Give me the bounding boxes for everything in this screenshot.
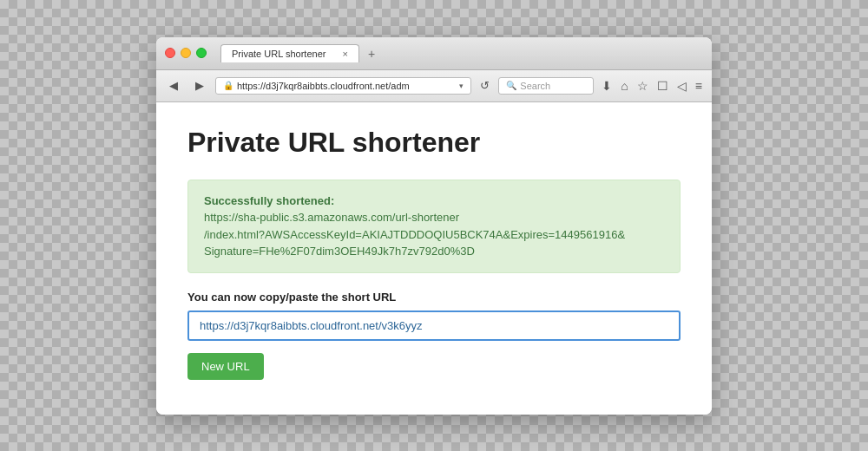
share-icon[interactable]: ◁ — [674, 79, 689, 93]
page-content: Private URL shortener Successfully short… — [156, 102, 712, 415]
forward-icon: ▶ — [195, 79, 204, 92]
menu-icon[interactable]: ≡ — [693, 79, 705, 93]
browser-tab[interactable]: Private URL shortener × — [220, 44, 359, 62]
page-title: Private URL shortener — [187, 127, 681, 159]
back-button[interactable]: ◀ — [163, 75, 184, 96]
copy-section: You can now copy/paste the short URL New… — [187, 291, 681, 380]
tab-close-button[interactable]: × — [343, 49, 348, 59]
browser-window: Private URL shortener × + ◀ ▶ 🔒 https://… — [156, 37, 712, 415]
nav-tools: ⬇ ⌂ ☆ ☐ ◁ ≡ — [599, 79, 705, 93]
search-bar[interactable]: 🔍 Search — [498, 77, 594, 95]
minimize-window-button[interactable] — [181, 48, 191, 58]
short-url-input[interactable] — [187, 310, 681, 341]
title-bar: Private URL shortener × + — [156, 37, 712, 70]
traffic-lights — [165, 48, 207, 58]
tab-area: Private URL shortener × + — [220, 44, 703, 62]
new-url-button[interactable]: New URL — [187, 353, 264, 380]
download-icon[interactable]: ⬇ — [599, 79, 615, 93]
home-icon[interactable]: ⌂ — [618, 79, 630, 93]
tab-title: Private URL shortener — [232, 49, 326, 59]
success-url-line1: https://sha-public.s3.amazonaws.com/url-… — [204, 211, 459, 224]
refresh-button[interactable]: ↺ — [477, 79, 493, 92]
maximize-window-button[interactable] — [196, 48, 207, 58]
lock-icon: 🔒 — [223, 81, 233, 90]
back-icon: ◀ — [169, 79, 178, 92]
close-window-button[interactable] — [165, 48, 175, 58]
address-bar[interactable]: 🔒 https://d3j7kqr8aibbts.cloudfront.net/… — [215, 77, 471, 95]
search-placeholder: Search — [520, 81, 550, 91]
new-tab-button[interactable]: + — [363, 45, 380, 62]
bookmark-icon[interactable]: ☆ — [635, 79, 651, 93]
copy-label: You can now copy/paste the short URL — [187, 291, 681, 304]
search-icon: 🔍 — [506, 81, 516, 90]
forward-button[interactable]: ▶ — [189, 75, 210, 96]
success-box: Successfully shortened: https://sha-publ… — [187, 180, 681, 273]
address-dropdown-icon[interactable]: ▾ — [459, 82, 464, 90]
success-label: Successfully shortened: — [204, 194, 334, 207]
nav-bar: ◀ ▶ 🔒 https://d3j7kqr8aibbts.cloudfront.… — [156, 70, 712, 102]
reading-list-icon[interactable]: ☐ — [654, 79, 671, 93]
success-url-line3: Signature=FHe%2F07dim3OEH49Jk7h7zv792d0%… — [204, 245, 475, 258]
success-url-line2: /index.html?AWSAccessKeyId=AKIAJTDDDOQIU… — [204, 228, 625, 241]
address-text: https://d3j7kqr8aibbts.cloudfront.net/ad… — [237, 81, 456, 91]
